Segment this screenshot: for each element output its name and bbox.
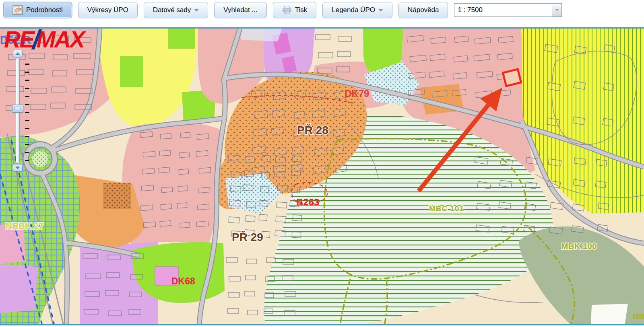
map-label-mbk100: MBK 100 xyxy=(561,241,597,251)
search-button[interactable]: Vyhledat ... xyxy=(214,2,266,18)
help-button-label: Nápověda xyxy=(408,6,439,14)
print-button-label: Tisk xyxy=(295,6,308,14)
zoom-out-button[interactable] xyxy=(13,164,23,171)
print-button[interactable]: Tisk xyxy=(273,2,317,18)
arrow-down-icon xyxy=(15,167,20,169)
remax-max: MAX xyxy=(37,27,84,52)
toolbar: Podrobnosti Výkresy ÚPO Datové sady Vyhl… xyxy=(0,0,644,21)
legend-upo-button-label: Legenda ÚPO xyxy=(332,6,375,14)
map-label-pr28: PŘ 28 xyxy=(297,124,328,136)
application-window: Podrobnosti Výkresy ÚPO Datové sady Vyhl… xyxy=(0,0,644,327)
details-button-label: Podrobnosti xyxy=(26,6,63,14)
zoom-slider-thumb[interactable] xyxy=(12,105,23,113)
map-label-nrbk27: NRBK 27 xyxy=(6,221,43,231)
map-label-dk79: DK79 xyxy=(345,88,369,99)
chevron-down-icon xyxy=(555,9,559,11)
map-label-pr29: PŘ 29 xyxy=(232,231,263,243)
drawings-upo-button[interactable]: Výkresy ÚPO xyxy=(78,2,138,18)
roundabout-infield xyxy=(32,151,48,167)
data-sets-button-label: Datové sady xyxy=(153,6,191,14)
scale-dropdown-button[interactable] xyxy=(552,4,561,16)
chevron-down-icon xyxy=(194,9,199,12)
remax-re: RE xyxy=(4,27,33,52)
drawings-upo-button-label: Výkresy ÚPO xyxy=(87,6,128,14)
remax-watermark: RE/MAX xyxy=(4,25,84,51)
map-icon xyxy=(12,5,23,15)
scale-combobox xyxy=(454,3,562,17)
legend-upo-button[interactable]: Legenda ÚPO xyxy=(322,2,392,18)
data-sets-button[interactable]: Datové sady xyxy=(144,2,208,18)
zone-green-1 xyxy=(120,56,143,87)
map-label-dk68: DK68 xyxy=(171,276,195,286)
zoom-slider-ticks xyxy=(25,64,29,168)
map-label-mbc101: MBC 101 xyxy=(429,204,464,213)
highlighted-parcel xyxy=(503,69,521,86)
search-button-label: Vyhledat ... xyxy=(223,6,257,14)
map-label-mb: MB xyxy=(633,312,644,321)
remax-slash-icon: / xyxy=(32,25,38,54)
help-button[interactable]: Nápověda xyxy=(398,2,448,18)
arrow-up-icon xyxy=(15,52,20,55)
map-label-b263: B263 xyxy=(296,197,319,208)
map-canvas[interactable]: D62/R DK79 PŘ 28 PŘ 29 B263 DK68 MBC 101… xyxy=(0,29,644,324)
scale-input[interactable] xyxy=(454,4,552,16)
map-viewport[interactable]: D62/R DK79 PŘ 28 PŘ 29 B263 DK68 MBC 101… xyxy=(0,27,644,325)
zone-green-2 xyxy=(168,29,195,49)
zoom-slider xyxy=(12,50,31,173)
printer-icon xyxy=(282,6,292,14)
details-button[interactable]: Podrobnosti xyxy=(3,2,72,18)
chevron-down-icon xyxy=(378,9,383,12)
